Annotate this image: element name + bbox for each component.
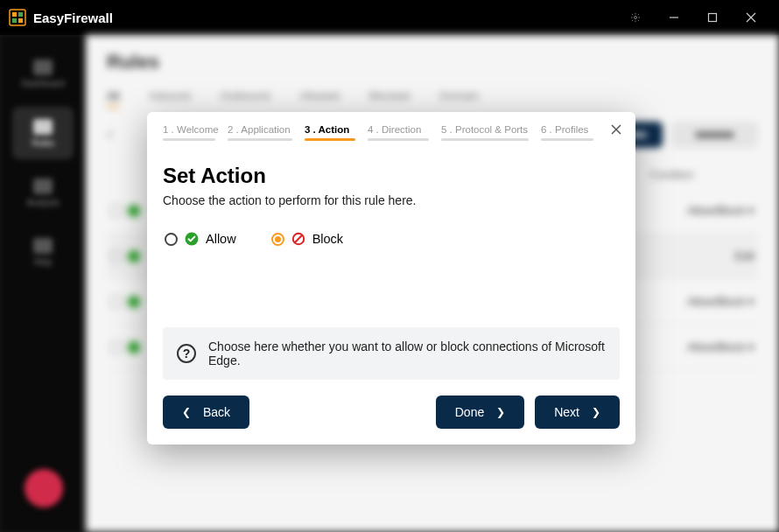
next-button[interactable]: Next ❯: [535, 396, 620, 429]
back-button[interactable]: ❮ Back: [163, 396, 249, 429]
chevron-right-icon: ❯: [592, 406, 600, 418]
close-button[interactable]: [732, 0, 770, 35]
step-profiles[interactable]: 6 . Profiles: [541, 124, 593, 141]
option-block-label: Block: [312, 232, 343, 246]
tab-all[interactable]: All: [107, 89, 119, 108]
modal-subtitle: Choose the action to perform for this ru…: [163, 193, 620, 207]
minimize-button[interactable]: [655, 0, 693, 35]
step-protocol-ports[interactable]: 5 . Protocol & Ports: [441, 124, 529, 141]
fab-button[interactable]: [25, 469, 63, 508]
option-allow[interactable]: Allow: [165, 232, 236, 246]
sidebar-item-dashboard[interactable]: Dashboard: [12, 47, 74, 100]
svg-point-5: [635, 17, 637, 19]
radio-block[interactable]: [271, 233, 284, 246]
tab-inbound[interactable]: Inbound: [149, 89, 190, 108]
svg-rect-7: [709, 14, 717, 22]
svg-line-14: [294, 235, 301, 242]
titlebar: EasyFirewall: [0, 0, 779, 35]
tab-outbound[interactable]: Outbound: [220, 89, 270, 108]
sidebar-item-rules[interactable]: Rules: [12, 107, 74, 159]
hint-box: ? Choose here whether you want to allow …: [163, 327, 620, 380]
app-title: EasyFirewall: [33, 10, 113, 25]
wizard-modal: 1 . Welcome 2 . Application 3 . Action 4…: [147, 112, 635, 444]
secondary-action-button[interactable]: ■■■■■■: [671, 122, 759, 148]
step-direction[interactable]: 4 . Direction: [368, 124, 429, 141]
settings-gear-icon[interactable]: [616, 0, 655, 35]
tab-domain[interactable]: Domain: [439, 89, 479, 108]
option-block[interactable]: Block: [271, 232, 343, 246]
svg-rect-2: [18, 12, 23, 17]
step-action[interactable]: 3 . Action: [305, 124, 355, 141]
block-prohibit-icon: [291, 232, 305, 246]
svg-rect-4: [18, 18, 23, 23]
option-allow-label: Allow: [206, 232, 236, 246]
done-button[interactable]: Done ❯: [436, 396, 524, 429]
modal-heading: Set Action: [163, 164, 620, 188]
question-icon: ?: [177, 344, 196, 363]
chevron-right-icon: ❯: [496, 406, 505, 418]
hint-text: Choose here whether you want to allow or…: [208, 340, 606, 368]
chevron-left-icon: ❮: [182, 406, 191, 418]
filter-tabs: All Inbound Outbound Allowed Blocked Dom…: [107, 89, 758, 108]
svg-rect-1: [12, 12, 17, 17]
step-application[interactable]: 2 . Application: [228, 124, 292, 141]
allow-check-icon: [185, 232, 199, 246]
modal-footer: ❮ Back Done ❯ Next ❯: [147, 380, 635, 444]
wizard-steps: 1 . Welcome 2 . Application 3 . Action 4…: [147, 112, 635, 141]
step-welcome[interactable]: 1 . Welcome: [163, 124, 215, 141]
page-title: Rules: [107, 51, 758, 74]
maximize-button[interactable]: [693, 0, 732, 35]
svg-rect-3: [12, 18, 17, 23]
svg-rect-0: [10, 10, 25, 25]
close-icon[interactable]: [607, 121, 625, 138]
app-logo-icon: [9, 9, 26, 26]
action-options: Allow Block: [163, 232, 620, 246]
radio-allow[interactable]: [165, 233, 178, 246]
sidebar-item-analysis[interactable]: Analysis: [12, 166, 74, 219]
tab-blocked[interactable]: Blocked: [369, 89, 410, 108]
tab-allowed[interactable]: Allowed: [300, 89, 340, 108]
sidebar: Dashboard Rules Analysis Help: [0, 35, 86, 532]
sidebar-item-help[interactable]: Help: [12, 226, 74, 278]
